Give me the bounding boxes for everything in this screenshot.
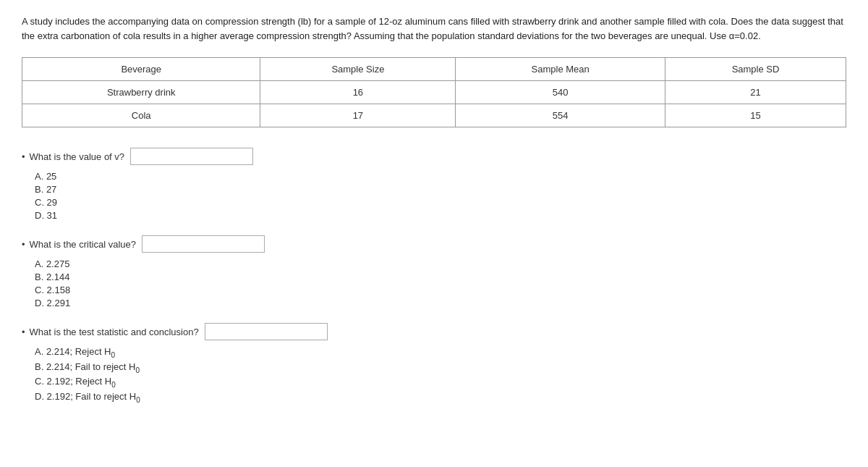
table-row: Cola1755415 (22, 104, 846, 127)
table-cell: Strawberry drink (22, 81, 260, 104)
table-header: Sample SD (665, 58, 846, 81)
option-3-3[interactable]: C. 2.192; Reject H0 (35, 376, 846, 389)
bullet-point: • (22, 239, 25, 250)
question-block-3: •What is the test statistic and conclusi… (22, 323, 846, 403)
table-cell: 554 (456, 104, 665, 127)
question-text-1: What is the value of v? (30, 151, 125, 162)
table-cell: 16 (260, 81, 456, 104)
table-cell: 540 (456, 81, 665, 104)
option-2-2[interactable]: B. 2.144 (35, 272, 846, 282)
question-block-2: •What is the critical value?A. 2.275B. 2… (22, 235, 846, 308)
option-1-4[interactable]: D. 31 (35, 210, 846, 221)
option-1-3[interactable]: C. 29 (35, 197, 846, 208)
table-row: Strawberry drink1654021 (22, 81, 846, 104)
bullet-point: • (22, 151, 25, 162)
option-3-1[interactable]: A. 2.214; Reject H0 (35, 346, 846, 359)
question-block-1: •What is the value of v?A. 25B. 27C. 29D… (22, 148, 846, 221)
question-text-3: What is the test statistic and conclusio… (30, 327, 199, 337)
bullet-point: • (22, 327, 25, 337)
table-header: Sample Size (260, 58, 456, 81)
table-cell: Cola (22, 104, 260, 127)
option-2-3[interactable]: C. 2.158 (35, 285, 846, 295)
table-cell: 15 (665, 104, 846, 127)
table-cell: 17 (260, 104, 456, 127)
question-text-2: What is the critical value? (30, 239, 136, 250)
option-1-1[interactable]: A. 25 (35, 171, 846, 182)
option-3-2[interactable]: B. 2.214; Fail to reject H0 (35, 361, 846, 374)
table-cell: 21 (665, 81, 846, 104)
option-2-1[interactable]: A. 2.275 (35, 258, 846, 269)
table-header: Beverage (22, 58, 260, 81)
table-header: Sample Mean (456, 58, 665, 81)
data-table: BeverageSample SizeSample MeanSample SD … (22, 57, 846, 127)
option-2-4[interactable]: D. 2.291 (35, 298, 846, 308)
answer-box-1[interactable] (130, 148, 253, 165)
answer-box-2[interactable] (142, 235, 265, 253)
option-1-2[interactable]: B. 27 (35, 184, 846, 195)
option-3-4[interactable]: D. 2.192; Fail to reject H0 (35, 391, 846, 404)
answer-box-3[interactable] (205, 323, 328, 340)
intro-paragraph: A study includes the accompanying data o… (22, 14, 846, 43)
